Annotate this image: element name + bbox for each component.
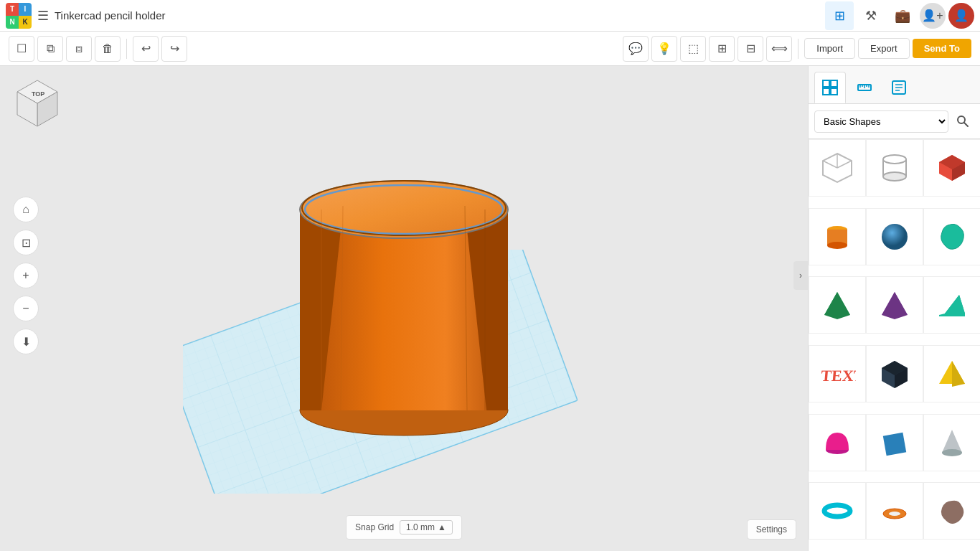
export-btn[interactable]: Export bbox=[858, 38, 910, 59]
shape-box-red[interactable] bbox=[923, 139, 980, 197]
send-to-btn[interactable]: Send To bbox=[913, 39, 971, 58]
svg-rect-22 bbox=[823, 88, 829, 95]
shape-box-navy[interactable] bbox=[866, 345, 923, 402]
svg-rect-64 bbox=[883, 432, 906, 455]
undo-btn[interactable]: ↩ bbox=[133, 36, 159, 62]
zoom-in-btn[interactable]: + bbox=[13, 263, 39, 288]
canvas-area[interactable]: TOP ⌂ ⊡ + − ⬇ bbox=[0, 66, 808, 551]
search-shapes-btn[interactable] bbox=[951, 110, 974, 133]
logo-t: T bbox=[6, 3, 19, 16]
main: TOP ⌂ ⊡ + − ⬇ bbox=[0, 66, 980, 551]
logo-n: N bbox=[6, 16, 19, 29]
panel-collapse-btn[interactable]: › bbox=[793, 261, 808, 290]
svg-point-43 bbox=[883, 172, 906, 181]
snap-grid-bar: Snap Grid 1.0 mm ▲ bbox=[346, 515, 462, 540]
shape-torus-orange[interactable] bbox=[866, 482, 923, 540]
briefcase-btn[interactable]: 💼 bbox=[888, 1, 917, 30]
light-btn[interactable]: 💡 bbox=[651, 36, 677, 62]
snap-value-display[interactable]: 1.0 mm ▲ bbox=[400, 520, 453, 534]
right-panel: Basic Shapes bbox=[808, 66, 980, 551]
header-right: ⊞ ⚒ 💼 👤+ 👤 bbox=[825, 1, 974, 30]
logo-k: K bbox=[19, 16, 32, 29]
zoom-out-btn[interactable]: − bbox=[13, 296, 39, 321]
tab-notes[interactable] bbox=[883, 72, 915, 103]
toolbar-right: 💬 💡 ⬚ ⊞ ⊟ ⟺ Import Export Send To bbox=[623, 36, 971, 62]
shapes-header: Basic Shapes bbox=[809, 104, 980, 139]
shapes-dropdown[interactable]: Basic Shapes bbox=[814, 110, 948, 133]
shape-blob-brown[interactable] bbox=[923, 482, 980, 540]
orient-btn[interactable]: ⬇ bbox=[13, 329, 39, 354]
toolbar: ☐ ⧉ ⧈ 🗑 ↩ ↪ 💬 💡 ⬚ ⊞ ⊟ ⟺ Import Export Se… bbox=[0, 32, 980, 66]
new-shape-btn[interactable]: ☐ bbox=[9, 36, 34, 62]
shape-text[interactable]: TEXT bbox=[809, 345, 866, 402]
user-avatar[interactable]: 👤 bbox=[948, 3, 974, 29]
select-btn[interactable]: ⬚ bbox=[680, 36, 706, 62]
snap-chevron-icon: ▲ bbox=[438, 522, 446, 532]
duplicate-btn[interactable]: ⧈ bbox=[66, 36, 92, 62]
flip-btn[interactable]: ⟺ bbox=[766, 36, 792, 62]
shape-cone-gray[interactable] bbox=[923, 414, 980, 471]
svg-point-67 bbox=[824, 505, 850, 517]
group2-btn[interactable]: ⊞ bbox=[709, 36, 735, 62]
svg-marker-54 bbox=[882, 292, 908, 319]
tools-btn[interactable]: ⚒ bbox=[857, 1, 885, 30]
shape-box-ghost[interactable] bbox=[809, 139, 866, 197]
svg-point-50 bbox=[882, 224, 908, 250]
logo-i: I bbox=[19, 3, 32, 16]
svg-point-69 bbox=[889, 512, 900, 516]
svg-marker-62 bbox=[952, 361, 965, 387]
shapes-grid: TEXT bbox=[809, 139, 980, 551]
svg-point-66 bbox=[942, 449, 962, 456]
shape-pyramid-yellow[interactable] bbox=[923, 345, 980, 402]
add-user-btn[interactable]: 👤+ bbox=[920, 3, 946, 29]
header: T I N K ☰ Tinkercad pencil holder ⊞ ⚒ 💼 … bbox=[0, 0, 980, 32]
menu-icon[interactable]: ☰ bbox=[37, 8, 49, 24]
grid-view-btn[interactable]: ⊞ bbox=[825, 1, 854, 30]
comment-btn[interactable]: 💬 bbox=[623, 36, 649, 62]
tab-measure[interactable] bbox=[849, 72, 880, 103]
shape-torus-cyan[interactable] bbox=[809, 482, 866, 540]
home-view-btn[interactable]: ⌂ bbox=[13, 197, 39, 222]
svg-rect-21 bbox=[831, 80, 837, 87]
redo-btn[interactable]: ↪ bbox=[161, 36, 187, 62]
align-btn[interactable]: ⊟ bbox=[738, 36, 763, 62]
shape-pyramid-green[interactable] bbox=[809, 276, 866, 334]
shape-wedge-cyan[interactable] bbox=[923, 276, 980, 334]
import-btn[interactable]: Import bbox=[804, 38, 855, 59]
view-cube[interactable]: TOP bbox=[11, 77, 63, 132]
panel-tabs bbox=[809, 66, 980, 104]
shape-cylinder-ghost[interactable] bbox=[866, 139, 923, 197]
shape-cylinder-orange[interactable] bbox=[809, 208, 866, 265]
svg-point-40 bbox=[883, 155, 906, 164]
shape-box-blue2[interactable] bbox=[866, 414, 923, 471]
svg-rect-23 bbox=[831, 88, 837, 95]
pencil-holder-3d[interactable] bbox=[282, 88, 526, 446]
svg-marker-56 bbox=[939, 295, 965, 316]
separator-1 bbox=[126, 39, 127, 59]
svg-text:TEXT: TEXT bbox=[820, 367, 856, 385]
shape-pyramid-purple[interactable] bbox=[866, 276, 923, 334]
shape-irregular-teal[interactable] bbox=[923, 208, 980, 265]
svg-rect-20 bbox=[823, 80, 829, 87]
svg-line-38 bbox=[837, 161, 852, 168]
svg-line-39 bbox=[823, 161, 837, 168]
svg-line-35 bbox=[964, 123, 968, 126]
settings-label: Settings bbox=[756, 524, 787, 534]
svg-marker-52 bbox=[824, 292, 850, 319]
fit-btn[interactable]: ⊡ bbox=[13, 230, 39, 255]
snap-grid-label: Snap Grid bbox=[355, 522, 394, 532]
nav-controls: ⌂ ⊡ + − ⬇ bbox=[11, 195, 40, 356]
delete-btn[interactable]: 🗑 bbox=[95, 36, 121, 62]
group-btn[interactable]: ⧉ bbox=[37, 36, 63, 62]
settings-bar[interactable]: Settings bbox=[747, 519, 796, 540]
app-title: Tinkercad pencil holder bbox=[55, 9, 819, 22]
snap-value: 1.0 mm bbox=[406, 522, 435, 532]
tab-grid[interactable] bbox=[814, 72, 846, 103]
shape-sphere-blue[interactable] bbox=[866, 208, 923, 265]
separator-2 bbox=[798, 39, 798, 59]
svg-text:TOP: TOP bbox=[32, 90, 44, 98]
shape-dome-magenta[interactable] bbox=[809, 414, 866, 471]
svg-point-49 bbox=[827, 242, 847, 249]
logo[interactable]: T I N K bbox=[6, 3, 32, 29]
